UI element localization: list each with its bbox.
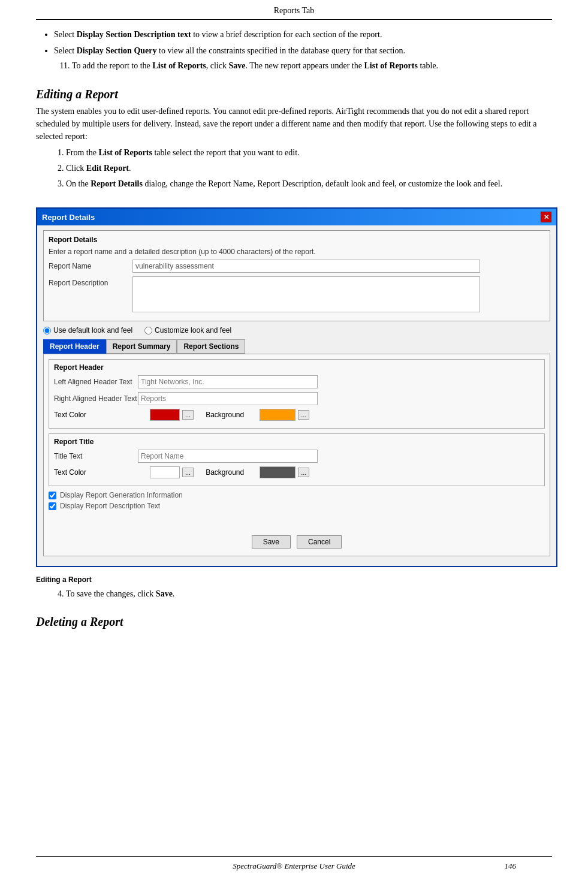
report-header-subsection: Report Header Left Aligned Header Text R… — [49, 359, 545, 429]
page-footer: SpectraGuard® Enterprise User Guide 146 — [36, 856, 552, 871]
title-text-color-swatch — [150, 466, 180, 478]
checkbox-generation-info-label: Display Report Generation Information — [60, 491, 183, 499]
title-text-input[interactable] — [138, 450, 318, 463]
tabs-row: Report Header Report Summary Report Sect… — [43, 339, 550, 354]
numbered-item-11: To add the report to the List of Reports… — [72, 59, 552, 72]
report-details-section: Report Details Enter a report name and a… — [43, 230, 550, 321]
cancel-button[interactable]: Cancel — [297, 535, 342, 549]
step-1: From the List of Reports table select th… — [66, 146, 552, 159]
tab-report-header[interactable]: Report Header — [43, 339, 106, 354]
report-header-subsection-title: Report Header — [54, 363, 539, 372]
bold-display-section-desc: Display Section Description text — [77, 30, 191, 39]
header-bg-color-swatch — [260, 409, 295, 421]
editing-body: The system enables you to edit user-defi… — [36, 105, 552, 143]
step-4: To save the changes, click Save. — [66, 587, 552, 600]
save-button[interactable]: Save — [252, 535, 291, 549]
dialog-title: Report Details — [42, 213, 95, 222]
header-text-color-label: Text Color — [54, 411, 150, 419]
checkbox-generation-info-row: Display Report Generation Information — [49, 491, 545, 499]
right-header-text-input[interactable] — [138, 392, 318, 405]
bullet-list: Select Display Section Description text … — [54, 28, 552, 76]
title-bg-label: Background — [206, 468, 260, 477]
dialog-window: Report Details ✕ Report Details Enter a … — [36, 207, 557, 567]
right-header-text-row: Right Aligned Header Text — [54, 392, 539, 405]
checkbox-desc-text[interactable] — [49, 502, 56, 510]
header-bg-label: Background — [206, 411, 260, 419]
header-title: Reports Tab — [274, 6, 315, 15]
dialog-body: Report Details Enter a report name and a… — [37, 225, 556, 566]
footer-wrap: SpectraGuard® Enterprise User Guide 146 — [36, 861, 552, 871]
step-2: Click Edit Report. — [66, 162, 552, 174]
left-header-text-input[interactable] — [138, 375, 318, 388]
header-color-row: Text Color ... Background ... — [54, 409, 539, 421]
radio-default-look[interactable]: Use default look and feel — [43, 326, 132, 335]
title-text-row: Title Text — [54, 450, 539, 463]
deleting-heading: Deleting a Report — [36, 615, 552, 629]
radio-customize-look[interactable]: Customize look and feel — [144, 326, 231, 335]
radio-customize-look-label: Customize look and feel — [155, 326, 231, 335]
title-bg-color-btn[interactable]: ... — [298, 468, 309, 477]
right-header-text-label: Right Aligned Header Text — [54, 394, 138, 403]
title-text-label: Title Text — [54, 452, 138, 460]
step-3: On the Report Details dialog, change the… — [66, 177, 552, 190]
report-title-subsection-title: Report Title — [54, 438, 539, 446]
footer-text: SpectraGuard® Enterprise User Guide — [233, 861, 355, 870]
tab-report-summary[interactable]: Report Summary — [106, 339, 177, 354]
section-details-title: Report Details — [49, 236, 545, 244]
title-bg-color-swatch — [260, 466, 295, 478]
header-text-color-btn[interactable]: ... — [182, 410, 194, 420]
title-text-color-btn[interactable]: ... — [182, 468, 194, 477]
report-desc-input[interactable] — [132, 276, 480, 312]
step4-list: To save the changes, click Save. — [66, 587, 552, 603]
title-text-color-label: Text Color — [54, 468, 150, 477]
tab-report-sections[interactable]: Report Sections — [177, 339, 245, 354]
left-header-text-label: Left Aligned Header Text — [54, 378, 138, 386]
dialog-titlebar: Report Details ✕ — [37, 209, 556, 225]
report-name-input[interactable] — [132, 260, 480, 273]
bullet-item-1: Select Display Section Description text … — [54, 28, 552, 41]
dialog-close-button[interactable]: ✕ — [541, 212, 551, 222]
editing-heading: Editing a Report — [36, 88, 552, 101]
page-header: Reports Tab — [36, 6, 552, 20]
editing-steps-list: From the List of Reports table select th… — [66, 146, 552, 193]
radio-default-look-input[interactable] — [43, 327, 51, 335]
radio-default-look-label: Use default look and feel — [53, 326, 132, 335]
caption: Editing a Report — [36, 575, 552, 584]
checkbox-desc-text-label: Display Report Description Text — [60, 502, 160, 510]
bullet-item-2: Select Display Section Query to view all… — [54, 44, 552, 72]
radio-customize-look-input[interactable] — [144, 327, 152, 335]
report-desc-label: Report Description — [49, 276, 132, 287]
dialog-footer: Save Cancel — [49, 531, 545, 551]
report-name-label: Report Name — [49, 262, 132, 270]
header-bg-color-btn[interactable]: ... — [298, 410, 309, 420]
report-title-subsection: Report Title Title Text Text Color ... B… — [49, 433, 545, 486]
title-color-row: Text Color ... Background ... — [54, 466, 539, 478]
tab-content-report-header: Report Header Left Aligned Header Text R… — [43, 354, 550, 556]
radio-options-row: Use default look and feel Customize look… — [43, 326, 550, 335]
dialog-overlay: Report Details ✕ Report Details Enter a … — [36, 207, 552, 567]
report-name-row: Report Name — [49, 260, 545, 273]
header-text-color-swatch — [150, 409, 180, 421]
checkbox-generation-info[interactable] — [49, 492, 56, 499]
page-number: 146 — [505, 861, 517, 871]
section-details-info: Enter a report name and a detailed descr… — [49, 248, 545, 256]
left-header-text-row: Left Aligned Header Text — [54, 375, 539, 388]
bold-display-section-query: Display Section Query — [77, 46, 157, 55]
report-desc-row: Report Description — [49, 276, 545, 312]
checkbox-desc-text-row: Display Report Description Text — [49, 502, 545, 510]
